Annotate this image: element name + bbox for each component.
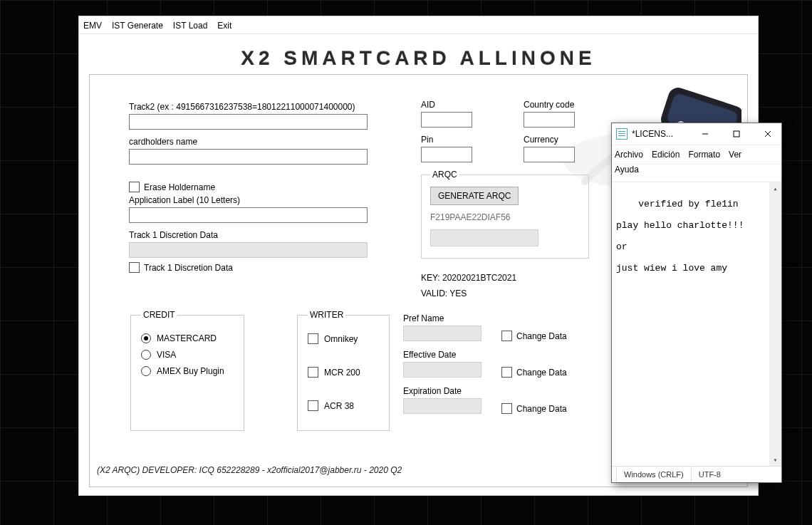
np-menu-archivo[interactable]: Archivo [615,150,643,160]
credit-group: CREDIT MASTERCARD VISA AMEX Buy Plugin [130,310,244,431]
status-encoding: UTF-8 [691,467,728,482]
change-data-label: Change Data [516,368,567,378]
app-menubar: EMV IST Generate IST Load Exit [79,16,758,34]
eff-change-data-checkbox[interactable]: Change Data [501,367,567,378]
currency-input[interactable] [524,147,575,162]
credit-option-label: MASTERCARD [157,333,217,343]
developer-credits: (X2 ARQC) DEVELOPER: ICQ 652228289 - x2o… [97,465,402,475]
radio-icon [141,333,151,343]
credit-option-label: VISA [157,350,176,360]
np-menu-edicion[interactable]: Edición [652,150,680,160]
minimize-button[interactable] [692,123,719,145]
pref-change-data-checkbox[interactable]: Change Data [501,331,567,341]
scroll-down-icon[interactable]: ▾ [769,454,781,466]
erase-holdername-label: Erase Holdername [144,182,215,192]
generate-arqc-button[interactable]: GENERATE ARQC [430,187,519,205]
svg-rect-4 [734,131,739,137]
checkbox-icon [308,333,318,344]
checkbox-icon [501,403,512,414]
writer-option-label: ACR 38 [324,401,354,411]
application-label-input[interactable] [129,207,368,223]
right-column: AID Country code Pin Currency [421,100,613,304]
notepad-text-area[interactable]: verified by fle1in play hello charlotte!… [612,182,781,466]
track1-discretion-chk-label: Track 1 Discretion Data [144,263,233,273]
menu-exit[interactable]: Exit [217,21,231,31]
writer-option-label: Omnikey [324,334,358,344]
track1-discretion-checkbox[interactable]: Track 1 Discretion Data [129,262,368,273]
change-data-label: Change Data [516,404,567,414]
expiration-date-label: Expiration Date [403,386,482,396]
exp-change-data-checkbox[interactable]: Change Data [501,403,567,414]
pref-name-label: Pref Name [403,313,482,323]
writer-option-omnikey[interactable]: Omnikey [308,333,379,344]
notepad-titlebar[interactable]: *LICENS... [612,123,781,145]
notepad-menubar-row2: Ayuda [612,165,781,182]
pin-input[interactable] [421,147,472,162]
checkbox-icon [129,262,140,273]
radio-icon [141,350,151,360]
radio-icon [141,366,151,376]
credit-option-mastercard[interactable]: MASTERCARD [141,333,234,343]
notepad-scrollbar[interactable]: ▴ ▾ [769,182,781,466]
notepad-icon [616,128,628,140]
track1-discretion-label: Track 1 Discretion Data [129,230,368,240]
menu-emv[interactable]: EMV [83,21,102,31]
scroll-up-icon[interactable]: ▴ [769,182,781,194]
status-eol: Windows (CRLF) [616,467,691,482]
menu-ist-generate[interactable]: IST Generate [112,21,163,31]
cardholder-input[interactable] [129,149,368,165]
np-menu-ayuda[interactable]: Ayuda [615,165,639,175]
track2-input[interactable] [129,114,368,130]
maximize-button[interactable] [723,123,750,145]
change-data-label: Change Data [516,331,567,341]
aid-label: AID [421,100,511,110]
arqc-output-box [430,229,538,246]
app-title: X2 Smartcard Allinone [79,34,758,74]
cardholder-label: cardholders name [129,137,368,147]
notepad-title: *LICENS... [632,129,673,139]
np-menu-ver[interactable]: Ver [729,150,741,160]
writer-legend: WRITER [308,310,345,320]
checkbox-icon [501,331,512,341]
country-code-input[interactable] [524,112,575,128]
pref-name-input [403,326,482,341]
effective-date-input [403,362,482,378]
credit-option-label: AMEX Buy Plugin [157,366,224,376]
expiration-date-input [403,398,482,414]
arqc-legend: ARQC [430,170,459,180]
key-text: KEY: 20202021BTC2021 [421,273,613,283]
track1-discretion-input [129,242,368,258]
checkbox-icon [129,182,140,192]
credit-option-visa[interactable]: VISA [141,350,234,360]
np-menu-formato[interactable]: Formato [688,150,720,160]
application-label-label: Application Label (10 Letters) [129,195,368,205]
credit-option-amex[interactable]: AMEX Buy Plugin [141,366,234,376]
credit-legend: CREDIT [141,310,177,320]
arqc-code-text: F219PAAE22DIAF56 [430,212,580,222]
notepad-statusbar: Windows (CRLF) UTF-8 [612,466,781,482]
writer-option-mcr200[interactable]: MCR 200 [308,367,379,378]
notepad-content: verified by fle1in play hello charlotte!… [616,199,744,274]
writer-option-acr38[interactable]: ACR 38 [308,400,379,411]
menu-ist-load[interactable]: IST Load [173,21,207,31]
writer-option-label: MCR 200 [324,368,360,378]
aid-input[interactable] [421,112,472,128]
writer-group: WRITER Omnikey MCR 200 ACR 38 [297,310,390,431]
dates-section: Pref Name Change Data Effective Date Cha… [403,313,638,422]
checkbox-icon [308,400,318,411]
notepad-window: *LICENS... Archivo Edición Formato Ver A… [611,123,782,483]
currency-label: Currency [524,135,613,145]
valid-text: VALID: YES [421,289,613,298]
checkbox-icon [501,367,512,378]
track2-label: Track2 (ex : 4915667316237538=1801221100… [129,102,368,112]
close-button[interactable] [754,123,781,145]
pin-label: Pin [421,135,511,145]
checkbox-icon [308,367,318,378]
country-code-label: Country code [524,100,613,110]
notepad-menubar: Archivo Edición Formato Ver [612,145,781,165]
erase-holdername-checkbox[interactable]: Erase Holdername [129,182,368,192]
left-column: Track2 (ex : 4915667316237538=1801221100… [129,102,368,276]
arqc-group: ARQC GENERATE ARQC F219PAAE22DIAF56 [421,170,589,259]
effective-date-label: Effective Date [403,350,482,360]
